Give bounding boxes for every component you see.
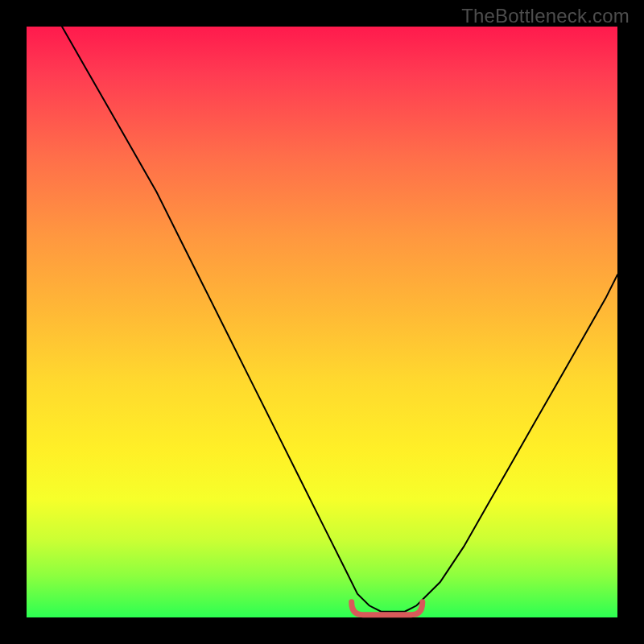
watermark-text: TheBottleneck.com: [461, 5, 630, 27]
chart-svg: [27, 27, 617, 617]
chart-frame: TheBottleneck.com: [0, 0, 644, 644]
bottleneck-curve: [62, 27, 617, 612]
plot-area: [27, 27, 617, 617]
